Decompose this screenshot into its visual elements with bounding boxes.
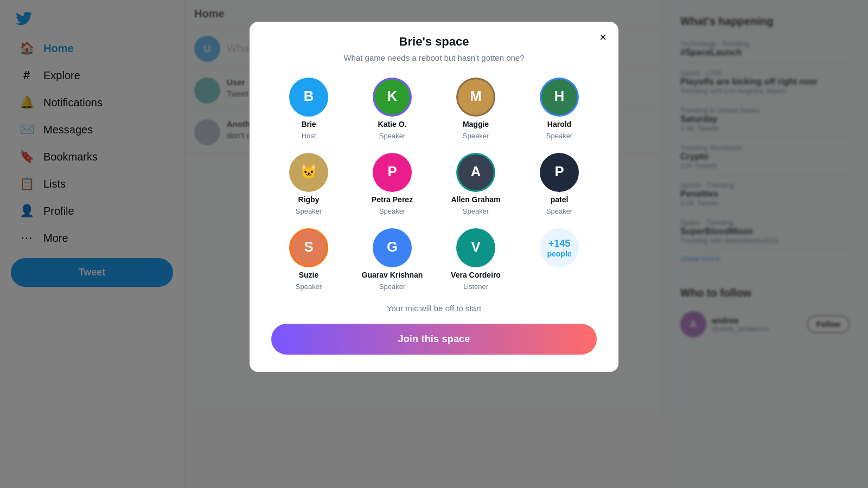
participant-role: Speaker: [546, 207, 572, 215]
participant-role: Speaker: [463, 132, 489, 140]
participant-harold[interactable]: H Harold Speaker: [522, 78, 597, 140]
extra-count-circle: +145 people: [540, 228, 579, 267]
participant-extra[interactable]: +145 people: [522, 228, 597, 291]
participant-rigby[interactable]: 🐱 Rigby Speaker: [271, 153, 346, 215]
participant-role: Speaker: [379, 132, 405, 140]
participant-role: Speaker: [546, 132, 572, 140]
participant-avatar: G: [373, 228, 412, 267]
svg-text:P: P: [387, 164, 397, 179]
mic-notice: Your mic will be off to start: [271, 304, 597, 313]
participant-role: Host: [302, 132, 316, 140]
participant-allen[interactable]: A Allen Graham Speaker: [438, 153, 513, 215]
participant-name: Harold: [547, 120, 571, 129]
participant-role: Speaker: [296, 207, 322, 215]
modal-title: Brie's space: [271, 35, 597, 49]
participant-name: Rigby: [298, 195, 320, 204]
svg-text:B: B: [304, 88, 314, 104]
participant-avatar: H: [540, 78, 579, 117]
svg-text:G: G: [387, 239, 398, 254]
extra-count: +145: [548, 238, 571, 249]
participant-name: Allen Graham: [451, 195, 500, 204]
extra-label: people: [547, 249, 571, 258]
participant-role: Speaker: [296, 282, 322, 291]
participant-avatar: P: [540, 153, 579, 192]
svg-text:P: P: [554, 164, 564, 179]
participants-grid: B Brie Host K Katie O. Speaker M Maggie …: [271, 78, 597, 291]
join-space-button[interactable]: Join this space: [271, 324, 597, 355]
participant-role: Speaker: [379, 207, 405, 215]
participant-name: Guarav Krishnan: [362, 271, 423, 279]
space-modal: × Brie's space What game needs a reboot …: [250, 22, 618, 372]
participant-name: Suzie: [299, 271, 319, 279]
modal-subtitle: What game needs a reboot but hasn't gott…: [271, 53, 597, 62]
participant-avatar: V: [456, 228, 495, 267]
participant-maggie[interactable]: M Maggie Speaker: [438, 78, 513, 140]
participant-petra[interactable]: P Petra Perez Speaker: [355, 153, 430, 215]
participant-brie[interactable]: B Brie Host: [271, 78, 346, 140]
participant-role: Listener: [463, 282, 488, 291]
participant-vera[interactable]: V Vera Cordeiro Listener: [438, 228, 513, 291]
participant-name: Maggie: [463, 120, 489, 129]
participant-avatar: A: [456, 153, 495, 192]
participant-avatar: S: [289, 228, 328, 267]
participant-role: Speaker: [463, 207, 489, 215]
participant-name: Petra Perez: [372, 195, 413, 204]
participant-name: Vera Cordeiro: [451, 271, 501, 279]
svg-text:M: M: [470, 88, 481, 104]
participant-avatar: B: [289, 78, 328, 117]
svg-text:S: S: [304, 239, 313, 254]
participant-name: Brie: [301, 120, 316, 129]
participant-avatar: K: [373, 78, 412, 117]
svg-text:🐱: 🐱: [300, 163, 318, 180]
close-button[interactable]: ×: [599, 31, 607, 43]
participant-role: Speaker: [379, 282, 405, 291]
svg-text:A: A: [471, 164, 481, 179]
participant-guarav[interactable]: G Guarav Krishnan Speaker: [355, 228, 430, 291]
svg-text:H: H: [554, 88, 565, 104]
participant-avatar: 🐱: [289, 153, 328, 192]
participant-avatar: M: [456, 78, 495, 117]
svg-text:V: V: [471, 239, 480, 254]
participant-name: patel: [551, 195, 569, 204]
modal-overlay: × Brie's space What game needs a reboot …: [0, 0, 868, 488]
participant-patel[interactable]: P patel Speaker: [522, 153, 597, 215]
participant-katie[interactable]: K Katie O. Speaker: [355, 78, 430, 140]
svg-text:K: K: [387, 88, 398, 104]
participant-avatar: P: [373, 153, 412, 192]
participant-name: Katie O.: [378, 120, 407, 129]
participant-suzie[interactable]: S Suzie Speaker: [271, 228, 346, 291]
